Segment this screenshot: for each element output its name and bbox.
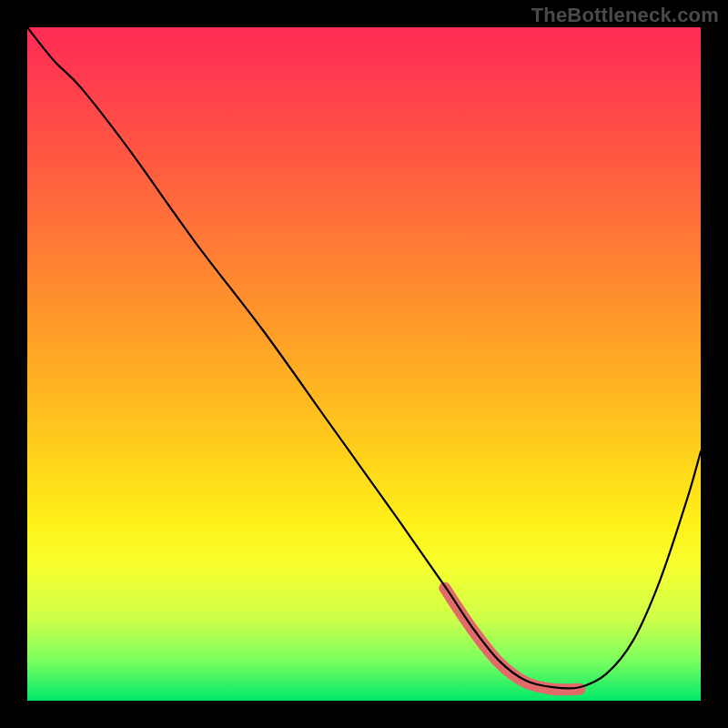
chart-frame: TheBottleneck.com — [0, 0, 728, 728]
highlight-segment — [445, 588, 580, 690]
bottleneck-curve — [27, 27, 701, 689]
watermark-text: TheBottleneck.com — [531, 4, 719, 27]
plot-area — [27, 27, 701, 701]
curve-svg — [27, 27, 701, 701]
